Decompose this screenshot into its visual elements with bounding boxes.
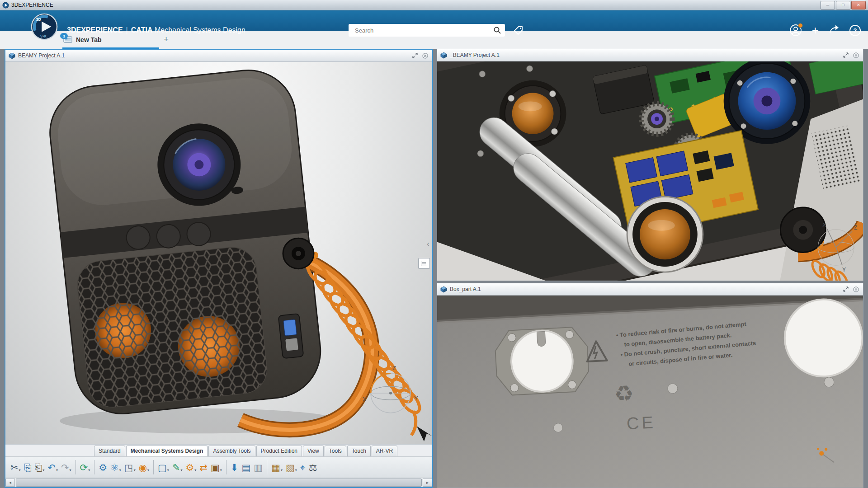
panel-header[interactable]: BEAMY Project A.1 — [5, 50, 432, 62]
undo-button[interactable]: ↶▾ — [46, 460, 59, 474]
measure-button[interactable]: ⚖ — [307, 460, 319, 474]
speaker-grille[interactable] — [75, 245, 269, 409]
tag-button[interactable] — [513, 25, 524, 36]
axis-z-label[interactable]: Z — [392, 365, 396, 371]
library-button[interactable]: ▥ — [252, 460, 264, 474]
viewport-3d-box-part[interactable]: • To reduce risk of fire or burns, do no… — [437, 296, 863, 488]
panel-title: BEAMY Project A.1 — [18, 52, 65, 59]
add-tab-button[interactable]: + — [164, 35, 169, 44]
design-button[interactable]: ✎▾ — [171, 460, 184, 474]
side-panel-button[interactable] — [418, 258, 430, 269]
viewport-3d-projector[interactable]: X Y Z ‹ — [5, 62, 432, 444]
viewport-3d-interior[interactable]: X Z Y — [437, 61, 863, 281]
expand-panel-button[interactable] — [411, 52, 419, 60]
screw-hole[interactable] — [553, 423, 563, 432]
assemble-button[interactable]: ▣▾ — [209, 460, 223, 474]
cut-button[interactable]: ✂▾ — [9, 460, 22, 474]
panel-header[interactable]: Box_part A.1 — [437, 283, 863, 296]
search-input[interactable] — [354, 27, 493, 34]
horizontal-scrollbar[interactable]: ◄ ► — [5, 478, 432, 487]
panel-box-part[interactable]: Box_part A.1 — [437, 283, 863, 488]
ribbon-tab-ar-vr[interactable]: AR-VR — [372, 446, 397, 456]
scroll-right-button[interactable]: ► — [423, 479, 432, 487]
help-button[interactable]: ? — [849, 25, 861, 36]
manipulator-button[interactable]: ⌖ — [299, 460, 307, 474]
dropdown-caret-icon[interactable]: ▾ — [70, 468, 71, 474]
measure-scale-icon: ⚖ — [309, 461, 317, 474]
mount-boss-left[interactable] — [494, 327, 590, 396]
maximize-button[interactable]: □ — [836, 1, 850, 9]
move-button[interactable]: ⇄ — [198, 460, 209, 474]
copy-button[interactable]: ⎘ — [23, 460, 33, 474]
window-titlebar[interactable]: 3DEXPERIENCE ─ □ ✕ — [0, 0, 868, 10]
scrollbar-thumb[interactable] — [16, 479, 422, 487]
add-content-button[interactable]: + — [812, 25, 819, 36]
screw-hole[interactable] — [667, 383, 678, 394]
paste-button[interactable]: ⎗▾ — [33, 460, 46, 474]
brand-separator: | — [126, 26, 128, 34]
insert-existing-button[interactable]: ◳▾ — [123, 460, 137, 474]
panel-beamy-project[interactable]: BEAMY Project A.1 — [5, 49, 433, 488]
redo-button[interactable]: ↷▾ — [60, 460, 73, 474]
representation-button[interactable]: ◉▾ — [137, 460, 151, 474]
dropdown-caret-icon[interactable]: ▾ — [194, 468, 196, 474]
update-button[interactable]: ⟳▾ — [79, 460, 92, 474]
dropdown-caret-icon[interactable]: ▾ — [134, 468, 136, 474]
screw-hole[interactable] — [824, 377, 834, 387]
ribbon-tab-touch[interactable]: Touch — [347, 446, 371, 456]
projector-scene[interactable]: X Y Z — [5, 62, 432, 444]
expand-icon — [843, 286, 849, 292]
dropdown-caret-icon[interactable]: ▾ — [180, 468, 182, 474]
expand-panel-button[interactable] — [842, 52, 849, 59]
product-structure-button[interactable]: ⚛▾ — [109, 460, 123, 474]
minimize-button[interactable]: ─ — [821, 1, 835, 9]
search-box[interactable] — [349, 24, 505, 37]
ribbon-tab-standard[interactable]: Standard — [94, 446, 125, 456]
dropdown-caret-icon[interactable]: ▾ — [88, 468, 90, 474]
interior-scene[interactable]: X Z Y — [437, 61, 863, 281]
dropdown-caret-icon[interactable]: ▾ — [167, 468, 169, 474]
scroll-left-button[interactable]: ◄ — [5, 479, 15, 487]
close-panel-button[interactable] — [852, 286, 860, 293]
user-menu-button[interactable] — [789, 24, 802, 37]
dropdown-caret-icon[interactable]: ▾ — [147, 468, 149, 474]
sd-card-slot[interactable] — [278, 314, 304, 358]
dropdown-caret-icon[interactable]: ▾ — [220, 468, 222, 474]
coiled-cable[interactable] — [304, 258, 424, 435]
dropdown-caret-icon[interactable]: ▾ — [56, 468, 58, 474]
dropdown-caret-icon[interactable]: ▾ — [281, 468, 283, 474]
panel-title: Box_part A.1 — [450, 286, 481, 292]
close-panel-button[interactable] — [852, 52, 860, 59]
ribbon-tab-mechanical-systems-design[interactable]: Mechanical Systems Design — [126, 446, 208, 456]
dropdown-caret-icon[interactable]: ▾ — [119, 468, 121, 474]
catalog-button[interactable]: ▤ — [240, 460, 252, 474]
speaker-driver-main[interactable] — [627, 197, 703, 272]
collapse-tree-button[interactable]: ‹ — [425, 237, 432, 251]
mechanism-button[interactable]: ⚙▾ — [184, 460, 198, 474]
panel-header[interactable]: _BEAMY Project A.1 — [437, 49, 863, 61]
expand-panel-button[interactable] — [842, 286, 849, 293]
panel-beamy-interior[interactable]: _BEAMY Project A.1 — [437, 49, 863, 281]
3ds-compass-logo[interactable]: 3D V+R — [30, 13, 58, 41]
ribbon-tab-product-edition[interactable]: Product Edition — [256, 446, 302, 456]
dropdown-caret-icon[interactable]: ▾ — [295, 468, 297, 474]
search-icon[interactable] — [493, 26, 501, 34]
axis-y-label[interactable]: Y — [414, 395, 418, 402]
dropdown-caret-icon[interactable]: ▾ — [19, 468, 21, 474]
settings-button[interactable]: ⚙ — [97, 460, 108, 474]
insert-button[interactable]: ⬇ — [229, 460, 240, 474]
pattern-alt-button[interactable]: ▧▾ — [284, 460, 298, 474]
new-part-button[interactable]: ▢▾ — [156, 460, 170, 474]
dropdown-caret-icon[interactable]: ▾ — [42, 468, 44, 474]
share-button[interactable] — [829, 24, 840, 36]
box-part-scene[interactable]: • To reduce risk of fire or burns, do no… — [437, 296, 863, 488]
ribbon-tab-assembly-tools[interactable]: Assembly Tools — [208, 446, 255, 456]
box-part-body[interactable]: • To reduce risk of fire or burns, do no… — [437, 296, 863, 488]
projector-body[interactable] — [45, 66, 325, 418]
close-button[interactable]: ✕ — [851, 1, 866, 9]
pattern-button[interactable]: ▦▾ — [270, 460, 284, 474]
ribbon-tab-tools[interactable]: Tools — [325, 446, 346, 456]
ribbon-tab-view[interactable]: View — [303, 446, 324, 456]
close-panel-button[interactable] — [421, 52, 429, 60]
axis-x-label[interactable]: X — [363, 396, 367, 403]
